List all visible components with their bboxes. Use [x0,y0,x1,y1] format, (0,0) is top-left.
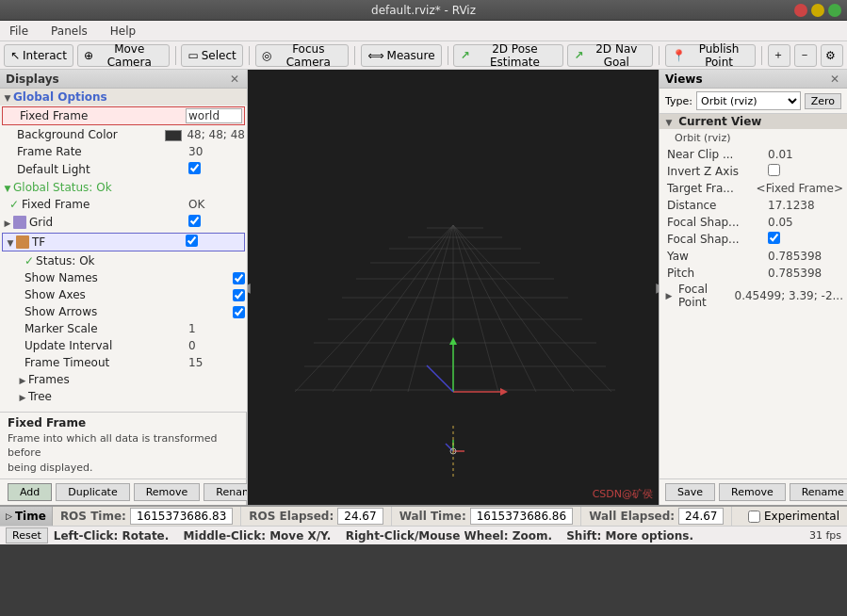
focal-point-arrow[interactable] [663,291,675,300]
focal-shape-2-value[interactable] [768,232,843,247]
settings-button[interactable]: ⚙ [821,44,843,67]
grid-checkbox-cell[interactable] [188,215,245,230]
global-options-header[interactable]: Global Options [0,89,247,105]
measure-button[interactable]: ⟺ Measure [361,44,441,67]
duplicate-button[interactable]: Duplicate [56,483,129,501]
menu-file[interactable]: File [4,23,34,40]
global-options-arrow[interactable] [2,92,13,103]
minus-button[interactable]: － [794,44,817,67]
focal-point-value[interactable]: 0.45499; 3.39; -2... [735,289,843,302]
focal-shape-2-checkbox[interactable] [768,232,780,244]
global-status-arrow[interactable] [2,183,13,193]
remove-button[interactable]: Remove [134,483,201,501]
target-frame-value[interactable]: <Fixed Frame> [757,182,843,195]
views-rename-button[interactable]: Rename [790,483,847,501]
default-light-checkbox[interactable] [188,162,201,174]
maximize-button[interactable] [828,4,841,17]
frames-arrow[interactable] [17,375,28,385]
menu-help[interactable]: Help [105,23,141,40]
displays-content[interactable]: Global Options Fixed Frame world Backgro… [0,89,247,412]
plus-button[interactable]: ＋ [768,44,790,67]
experimental-checkbox[interactable] [748,511,760,523]
invert-z-row[interactable]: Invert Z Axis [660,163,847,180]
pitch-row[interactable]: Pitch 0.785398 [660,265,847,282]
add-button[interactable]: Add [8,483,52,501]
distance-row[interactable]: Distance 17.1238 [660,197,847,214]
fixed-frame-row[interactable]: Fixed Frame world [2,106,245,125]
marker-scale-row[interactable]: Marker Scale 1 [0,320,247,337]
show-names-checkbox[interactable] [233,272,245,284]
time-header[interactable]: ▷ Time [0,507,53,526]
tree-row[interactable]: Tree [0,388,247,405]
current-view-header[interactable]: Current View [660,114,847,129]
views-panel-close[interactable]: ✕ [828,73,841,86]
grid-checkbox[interactable] [188,215,201,227]
fixed-frame-ok-row[interactable]: ✓ Fixed Frame OK [0,196,247,213]
near-clip-row[interactable]: Near Clip ... 0.01 [660,146,847,163]
orbit-type-row: Orbit (rviz) [660,129,847,146]
yaw-value[interactable]: 0.785398 [768,250,843,263]
show-arrows-label: Show Arrows [24,305,233,318]
interact-button[interactable]: ↖ Interact [4,44,73,67]
pitch-value[interactable]: 0.785398 [768,267,843,280]
show-names-row[interactable]: Show Names [0,269,247,286]
close-button[interactable] [794,4,807,17]
frame-timeout-value[interactable]: 15 [188,356,245,369]
grid-row[interactable]: Grid [0,213,247,232]
frames-row[interactable]: Frames [0,371,247,388]
reset-button[interactable]: Reset [6,527,48,543]
focus-camera-button[interactable]: ◎ Focus Camera [255,44,350,67]
tf-row[interactable]: TF [2,233,245,251]
2d-pose-button[interactable]: ↗ 2D Pose Estimate [453,44,563,67]
tf-status-row[interactable]: ✓ Status: Ok [0,252,247,269]
zero-button[interactable]: Zero [805,93,841,109]
focal-shape-1-row[interactable]: Focal Shap... 0.05 [660,214,847,231]
distance-value[interactable]: 17.1238 [768,199,843,212]
minimize-button[interactable] [811,4,824,17]
near-clip-value[interactable]: 0.01 [768,148,843,161]
pitch-label: Pitch [663,267,768,280]
publish-point-button[interactable]: 📍 Publish Point [665,44,756,67]
menu-panels[interactable]: Panels [45,23,93,40]
displays-panel-close[interactable]: ✕ [228,73,241,86]
views-remove-button[interactable]: Remove [719,483,786,501]
tree-arrow-item[interactable] [17,392,28,402]
default-light-row[interactable]: Default Light [0,160,247,179]
bg-color-value[interactable]: 48; 48; 48 [165,128,245,141]
views-save-button[interactable]: Save [665,483,715,501]
bg-color-label: Background Color [17,128,165,141]
viewport-3d[interactable]: ◀ ▶ [248,70,659,505]
show-axes-row[interactable]: Show Axes [0,286,247,303]
fixed-frame-value[interactable]: world [186,108,242,123]
show-axes-checkbox[interactable] [233,289,245,301]
frame-rate-row[interactable]: Frame Rate 30 [0,143,247,160]
frame-timeout-row[interactable]: Frame Timeout 15 [0,354,247,371]
invert-z-checkbox[interactable] [768,164,780,176]
focal-point-row[interactable]: Focal Point 0.45499; 3.39; -2... [660,282,847,310]
resize-left-handle[interactable]: ◀ [248,280,251,295]
update-interval-row[interactable]: Update Interval 0 [0,337,247,354]
tf-checkbox-cell[interactable] [186,235,242,250]
views-type-select[interactable]: Orbit (rviz) [696,91,801,110]
global-status-row[interactable]: Global Status: Ok [0,179,247,196]
focal-shape-1-value[interactable]: 0.05 [768,216,843,229]
move-camera-button[interactable]: ⊕ Move Camera [77,44,170,67]
focal-shape-2-row[interactable]: Focal Shap... [660,231,847,248]
frame-rate-value[interactable]: 30 [188,145,245,158]
default-light-value[interactable] [188,162,245,177]
marker-scale-value[interactable]: 1 [188,322,245,335]
background-color-row[interactable]: Background Color 48; 48; 48 [0,126,247,143]
tf-arrow[interactable] [5,237,16,248]
show-arrows-row[interactable]: Show Arrows [0,303,247,320]
update-interval-value[interactable]: 0 [188,339,245,352]
show-arrows-checkbox[interactable] [233,306,245,318]
target-frame-row[interactable]: Target Fra... <Fixed Frame> [660,180,847,197]
yaw-row[interactable]: Yaw 0.785398 [660,248,847,265]
resize-right-handle[interactable]: ▶ [656,280,659,295]
tf-checkbox[interactable] [186,235,198,247]
invert-z-value[interactable] [768,164,843,179]
2d-nav-button[interactable]: ↗ 2D Nav Goal [567,44,653,67]
grid-arrow[interactable] [2,218,13,228]
select-button[interactable]: ▭ Select [181,44,242,67]
rename-button[interactable]: Rename [204,483,248,501]
